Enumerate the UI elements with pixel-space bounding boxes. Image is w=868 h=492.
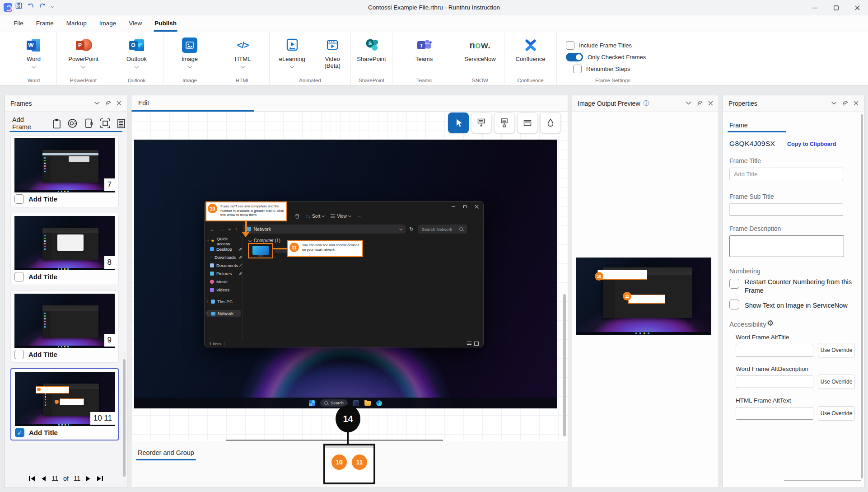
pager-previous-button[interactable] [41,476,47,482]
edit-tab[interactable]: Edit [138,99,149,107]
publish-elearning-button[interactable]: eLearning [270,37,314,69]
preview-close-icon[interactable] [708,101,713,106]
frames-scrollbar[interactable] [123,359,126,477]
add-frame-record-button[interactable] [67,117,79,129]
image-dropdown-icon[interactable] [187,64,192,69]
word-alt-description-input[interactable] [736,375,813,388]
add-frame-document-button[interactable] [116,117,127,129]
include-frame-titles-checkbox[interactable] [566,41,574,50]
close-button[interactable] [847,0,868,15]
properties-scrollbar[interactable] [861,114,863,478]
annotation-callout-10[interactable]: 10 If you can't see any computers and th… [205,201,287,221]
menu-markup[interactable]: Markup [61,15,92,32]
frame-8-add-title-checkbox[interactable] [14,272,24,281]
properties-panel: Properties Frame G8QK4J09SX Copy to Clip… [723,95,864,488]
add-frame-region-button[interactable] [99,117,111,129]
frame-card-8[interactable]: 8 Add Title [10,213,119,285]
info-icon[interactable]: ⓘ [644,99,649,108]
ribbon-group-html: </> HTML HTML [216,32,270,85]
callout-connector-tool-button[interactable] [494,112,515,133]
group-callout-14[interactable]: 14 [336,405,360,432]
frames-close-icon[interactable] [117,101,121,106]
canvas-scrollbar[interactable] [563,294,566,436]
menu-image[interactable]: Image [94,15,122,32]
frame-9-add-title-checkbox[interactable] [14,350,24,359]
publish-teams-button[interactable]: T Teams [392,37,456,62]
annotation-10-arrow[interactable] [245,221,247,232]
powerpoint-dropdown-icon[interactable] [81,64,86,69]
word-alt-title-label: Word Frame AltTitle [736,334,789,341]
menu-frame[interactable]: Frame [31,15,59,32]
frame-card-10-11-selected[interactable]: 10 11 ✓ Add Title [10,368,119,440]
preview-pin-icon[interactable] [697,100,703,106]
frame-7-add-title-checkbox[interactable] [14,194,24,204]
minimize-button[interactable] [804,0,826,15]
word-dropdown-icon[interactable] [32,64,36,69]
restart-counter-checkbox[interactable] [729,279,739,289]
frame-number-badge: 8 [104,256,115,269]
properties-collapse-icon[interactable] [831,101,837,105]
frame-card-9[interactable]: 9 Add Title [10,291,119,363]
svg-text:S: S [368,41,371,46]
properties-frame-tab[interactable]: Frame [729,122,747,129]
step-group-box[interactable]: 10 11 [323,444,375,484]
publish-video-button[interactable]: Video (Beta) [314,37,350,69]
pager-last-button[interactable] [96,476,103,482]
frame-sub-title-input[interactable] [729,203,843,216]
show-text-servicenow-checkbox[interactable] [729,300,739,309]
frame-description-textarea[interactable] [729,235,844,257]
outlook-dropdown-icon[interactable] [135,64,139,69]
elearning-dropdown-icon[interactable] [290,64,294,69]
group-step-10[interactable]: 10 [331,455,347,470]
edit-canvas[interactable]: ↑↓Sort View ··· ← → ↑ Network ↻ [131,112,568,441]
frames-panel-title: Frames [10,100,32,107]
frame-thumbnail-7: 7 [14,138,115,192]
maximize-button[interactable] [826,0,847,15]
word-alt-description-use-override-button[interactable]: Use Override [818,375,855,389]
explorer-minimize-icon [452,206,455,207]
menu-view[interactable]: View [123,15,147,32]
menu-publish[interactable]: Publish [149,15,182,32]
renumber-steps-label: Renumber Steps [586,66,630,72]
reorder-and-group-tab[interactable]: Reorder and Group [138,449,194,456]
textbox-tool-button[interactable] [517,112,538,133]
html-alt-text-use-override-button[interactable]: Use Override [818,406,855,421]
renumber-steps-checkbox[interactable] [573,65,582,73]
frame-card-7[interactable]: 7 Add Title [10,135,119,207]
menu-file[interactable]: File [8,15,29,32]
publish-image-button[interactable]: Image [163,37,216,68]
properties-close-icon[interactable] [854,101,859,106]
add-frame-clipboard-button[interactable] [51,117,62,129]
publish-servicenow-button[interactable]: now. ServiceNow [456,37,504,62]
word-alt-title-input[interactable] [736,344,813,356]
publish-outlook-button[interactable]: O Outlook [110,37,163,68]
add-frame-device-button[interactable] [83,117,94,129]
frames-collapse-icon[interactable] [94,101,100,105]
frames-pin-icon[interactable] [105,100,111,106]
word-alt-title-use-override-button[interactable]: Use Override [818,343,855,357]
callout-arrow-tool-button[interactable] [471,112,492,133]
frame-title-input[interactable] [729,168,843,180]
screenshot-image[interactable]: ↑↓Sort View ··· ← → ↑ Network ↻ [134,140,557,408]
only-checked-frames-toggle[interactable] [566,53,583,61]
properties-pin-icon[interactable] [842,100,848,106]
preview-collapse-icon[interactable] [686,101,691,105]
html-dropdown-icon[interactable] [241,64,245,69]
copy-to-clipboard-link[interactable]: Copy to Clipboard [787,141,836,147]
html-alt-text-input[interactable] [736,407,813,420]
publish-sharepoint-button[interactable]: S SharePoint [351,37,392,62]
select-tool-button[interactable] [448,112,469,133]
blur-tool-button[interactable] [540,112,561,133]
publish-powerpoint-button[interactable]: P PowerPoint [57,37,110,68]
pager-first-button[interactable] [28,476,36,482]
group-step-11[interactable]: 11 [352,455,367,470]
accessibility-settings-gear-icon[interactable]: ⚙ [767,319,774,328]
edge-browser-icon [376,400,382,406]
annotation-callout-11[interactable]: 11 You can now see and access devices on… [287,240,363,257]
publish-confluence-button[interactable]: Confluence [504,37,556,62]
frame-10-11-add-title-checkbox[interactable]: ✓ [15,428,24,437]
publish-word-button[interactable]: W Word [11,37,56,68]
pager-next-button[interactable] [85,476,91,482]
publish-html-button[interactable]: </> HTML [216,37,269,68]
explorer-search-box: Search Network [418,225,467,234]
